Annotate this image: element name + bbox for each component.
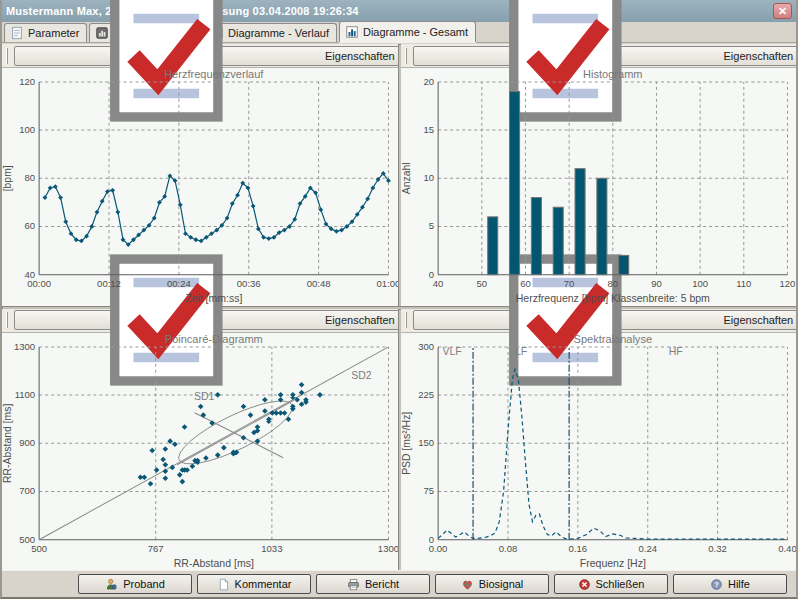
svg-text:1300: 1300 xyxy=(14,340,35,351)
panel-herzfrequenzverlauf: Eigenschaften 00:0000:1200:2400:3600:480… xyxy=(2,44,398,306)
svg-text:0: 0 xyxy=(428,269,433,280)
svg-text:80: 80 xyxy=(607,278,618,289)
svg-text:0.40: 0.40 xyxy=(778,542,796,553)
panel-histogramm: Eigenschaften 40506070809010011012005101… xyxy=(401,44,797,306)
panel-spektralanalyse: Eigenschaften 0.000.080.160.240.320.4007… xyxy=(401,309,797,571)
properties-label: Eigenschaften xyxy=(724,314,794,326)
chart-icon xyxy=(345,25,359,39)
svg-text:0.16: 0.16 xyxy=(568,542,587,553)
toolbar-grip xyxy=(6,48,8,64)
svg-text:60: 60 xyxy=(520,278,531,289)
toolbar-spektralanalyse: Eigenschaften xyxy=(401,309,797,333)
page-icon xyxy=(217,578,230,591)
hilfe-button[interactable]: Hilfe xyxy=(673,574,787,594)
chart-grid: Eigenschaften 00:0000:1200:2400:3600:480… xyxy=(2,44,796,570)
svg-text:10: 10 xyxy=(423,172,434,183)
bericht-button[interactable]: Bericht xyxy=(316,574,430,594)
tab-diagramme-gesamt[interactable]: Diagramme - Gesamt xyxy=(339,21,476,42)
button-label: Bericht xyxy=(365,578,399,590)
histogram-chart: 40506070809010011012005101520HistogrammH… xyxy=(401,68,797,306)
svg-text:80: 80 xyxy=(25,172,36,183)
proband-button[interactable]: Proband xyxy=(78,574,192,594)
tab-label: Diagramme - Gesamt xyxy=(363,26,468,38)
svg-text:00:24: 00:24 xyxy=(167,278,191,289)
toolbar-grip xyxy=(405,312,407,328)
svg-text:00:48: 00:48 xyxy=(307,278,331,289)
svg-text:0.08: 0.08 xyxy=(498,542,517,553)
svg-text:[bpm]: [bpm] xyxy=(2,165,13,191)
properties-button[interactable]: Eigenschaften xyxy=(14,46,402,66)
svg-text:VLF: VLF xyxy=(442,345,461,356)
svg-text:Herzfrequenz [bpm] Klassenbrei: Herzfrequenz [bpm] Klassenbreite: 5 bpm xyxy=(515,293,709,304)
svg-text:RR-Abstand [ms]: RR-Abstand [ms] xyxy=(2,403,13,482)
svg-text:100: 100 xyxy=(692,278,708,289)
svg-text:Poincaré-Diagramm: Poincaré-Diagramm xyxy=(165,333,263,345)
svg-text:1100: 1100 xyxy=(15,389,35,400)
svg-text:0: 0 xyxy=(428,533,433,544)
svg-text:00:36: 00:36 xyxy=(237,278,261,289)
close-red-icon xyxy=(578,578,591,591)
toolbar-herzfrequenzverlauf: Eigenschaften xyxy=(2,44,398,68)
svg-text:150: 150 xyxy=(418,437,434,448)
svg-text:110: 110 xyxy=(736,278,751,289)
svg-text:PSD [ms²/Hz]: PSD [ms²/Hz] xyxy=(401,411,412,474)
svg-text:60: 60 xyxy=(25,221,36,232)
toolbar-grip xyxy=(405,48,407,64)
svg-text:0.24: 0.24 xyxy=(638,542,657,553)
svg-text:500: 500 xyxy=(19,533,35,544)
application-window: Mustermann Max, 23.03.1966 - RSA-Messung… xyxy=(0,0,798,599)
close-icon[interactable]: ✕ xyxy=(773,3,792,19)
svg-text:15: 15 xyxy=(423,124,434,135)
svg-text:Histogramm: Histogramm xyxy=(583,68,642,80)
svg-text:LF: LF xyxy=(514,345,526,356)
schliessen-button[interactable]: Schließen xyxy=(554,574,668,594)
properties-button[interactable]: Eigenschaften xyxy=(14,310,402,330)
svg-text:700: 700 xyxy=(19,485,35,496)
properties-button[interactable]: Eigenschaften xyxy=(413,310,798,330)
svg-text:Frequenz [Hz]: Frequenz [Hz] xyxy=(579,557,645,568)
help-icon xyxy=(710,578,723,591)
svg-text:1033: 1033 xyxy=(261,542,282,553)
svg-text:Anzahl: Anzahl xyxy=(401,162,412,194)
toolbar-grip xyxy=(6,312,8,328)
poincare-chart: 5007671033130050070090011001300Poincaré-… xyxy=(2,333,398,571)
button-label: Hilfe xyxy=(728,578,750,590)
svg-text:50: 50 xyxy=(476,278,487,289)
biosignal-icon xyxy=(461,578,474,591)
svg-text:40: 40 xyxy=(432,278,443,289)
svg-text:225: 225 xyxy=(418,389,434,400)
svg-text:SD1: SD1 xyxy=(194,391,215,402)
kommentar-button[interactable]: Kommentar xyxy=(197,574,311,594)
properties-label: Eigenschaften xyxy=(724,50,794,62)
button-label: Schließen xyxy=(596,578,645,590)
svg-text:Herzfrequenzverlauf: Herzfrequenzverlauf xyxy=(164,68,264,80)
heartrate-chart: 00:0000:1200:2400:3600:4801:004060801001… xyxy=(2,68,398,306)
person-icon xyxy=(105,578,118,591)
toolbar-histogramm: Eigenschaften xyxy=(401,44,797,68)
panel-poincare: Eigenschaften Hr 50076710331300500700900… xyxy=(2,309,398,571)
svg-text:120: 120 xyxy=(19,76,35,87)
svg-text:Spektralanalyse: Spektralanalyse xyxy=(573,333,651,345)
svg-text:100: 100 xyxy=(19,124,35,135)
properties-label: Eigenschaften xyxy=(325,314,395,326)
svg-text:90: 90 xyxy=(651,278,662,289)
button-label: Kommentar xyxy=(235,578,292,590)
svg-text:Zeit [mm:ss]: Zeit [mm:ss] xyxy=(185,293,242,304)
biosignal-button[interactable]: Biosignal xyxy=(435,574,549,594)
toolbar-poincare: Eigenschaften Hr xyxy=(2,309,398,333)
svg-text:70: 70 xyxy=(563,278,574,289)
svg-text:767: 767 xyxy=(148,542,164,553)
button-label: Proband xyxy=(123,578,165,590)
svg-text:40: 40 xyxy=(25,269,36,280)
properties-label: Eigenschaften xyxy=(325,50,395,62)
properties-button[interactable]: Eigenschaften xyxy=(413,46,798,66)
printer-icon xyxy=(347,578,360,591)
spectrum-chart: 0.000.080.160.240.320.40075150225300Spek… xyxy=(401,333,797,571)
svg-text:01:00: 01:00 xyxy=(377,278,398,289)
svg-text:75: 75 xyxy=(423,485,434,496)
svg-text:5: 5 xyxy=(428,221,433,232)
svg-text:RR-Abstand [ms]: RR-Abstand [ms] xyxy=(174,557,254,568)
svg-text:900: 900 xyxy=(19,437,35,448)
svg-text:HF: HF xyxy=(668,345,682,356)
svg-text:1300: 1300 xyxy=(378,542,398,553)
